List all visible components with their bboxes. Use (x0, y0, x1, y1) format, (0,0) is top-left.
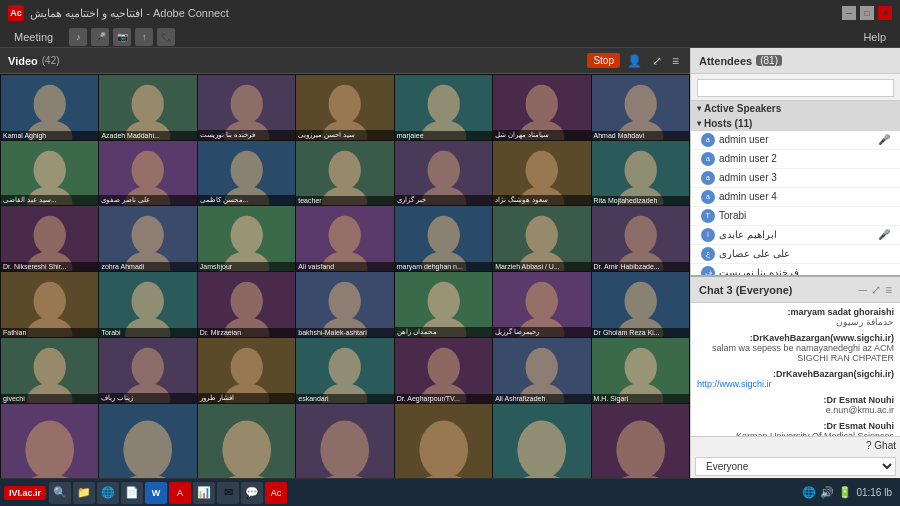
video-cell[interactable]: زیناب ریاف (99, 338, 196, 403)
toolbar-phone-icon[interactable]: 📞 (157, 28, 175, 46)
attendee-name-label: admin user 4 (719, 191, 890, 202)
video-cell[interactable]: Azadeh Maddahi... (99, 75, 196, 140)
chat-expand-icon[interactable]: ⤢ (871, 283, 881, 297)
taskbar-doc-icon[interactable]: 📄 (121, 482, 143, 504)
video-cell[interactable]: Dr. Aegharpour/TV... (395, 338, 492, 403)
video-cell[interactable]: فرخنده بنا نوریست (198, 75, 295, 140)
video-cell[interactable]: M.H. Sigari (592, 338, 689, 403)
chat-menu-icon[interactable]: ≡ (885, 283, 892, 297)
video-cell[interactable]: رحیمرضا گرزیل (493, 272, 590, 337)
maximize-button[interactable]: □ (860, 6, 874, 20)
video-cell[interactable]: marjaiee (395, 75, 492, 140)
toolbar-mic-icon[interactable]: 🎤 (91, 28, 109, 46)
video-cell[interactable]: Dr Gholam Reza Ki... (592, 272, 689, 337)
group-header-active-speakers[interactable]: ▾ Active Speakers (691, 101, 900, 116)
toolbar-share-icon[interactable]: ↑ (135, 28, 153, 46)
attendee-item[interactable]: aadmin user🎤 (691, 131, 900, 150)
video-cell[interactable]: سید عبد القاضی... (1, 141, 98, 206)
video-cell[interactable]: maryam dehghan n... (395, 206, 492, 271)
taskbar-browser-icon[interactable]: 🌐 (97, 482, 119, 504)
chat-input-row: Everyone (691, 454, 900, 479)
chat-target-select[interactable]: Everyone (695, 457, 896, 476)
svg-point-71 (25, 420, 74, 478)
attendee-item[interactable]: ففرخنده بنا نوریست (691, 264, 900, 276)
attendee-item[interactable]: TTorabi (691, 207, 900, 226)
time-display: 01:16 lb (856, 487, 896, 498)
attendee-item[interactable]: ععلی علی عصاری (691, 245, 900, 264)
video-cell[interactable]: Ahmad Mahdavi (592, 75, 689, 140)
participant-name-label: marjaiee (395, 131, 492, 140)
chat-minimize-icon[interactable]: ─ (858, 283, 867, 297)
taskbar-chat-icon[interactable]: 💬 (241, 482, 263, 504)
taskbar-folder-icon[interactable]: 📁 (73, 482, 95, 504)
video-cell[interactable]: eskandari (296, 338, 393, 403)
chat-sender: DrKavehBazargan(sigchi.ir): (697, 369, 894, 379)
participant-name-label: maryam dehghan n... (395, 262, 492, 271)
menu-meeting[interactable]: Meeting (8, 29, 59, 45)
video-cell[interactable]: محمدان زاهن (395, 272, 492, 337)
minimize-button[interactable]: ─ (842, 6, 856, 20)
video-cell[interactable]: Dr. Niksereshi Shir... (1, 206, 98, 271)
participant-name-label: M.H. Sigari (592, 394, 689, 403)
toolbar-video-icon[interactable]: 📷 (113, 28, 131, 46)
video-cell[interactable]: Fathian (1, 272, 98, 337)
svg-point-61 (230, 348, 262, 387)
attendee-item[interactable]: aadmin user 3 (691, 169, 900, 188)
svg-point-11 (526, 85, 558, 124)
video-cell[interactable]: خبر گزاری (395, 141, 492, 206)
video-cell[interactable]: givechi (1, 338, 98, 403)
video-cell[interactable]: افشار طرور (198, 338, 295, 403)
video-title-group: Video (42) (8, 55, 60, 67)
stop-button[interactable]: Stop (587, 53, 620, 68)
attendee-item[interactable]: اابراهیم عابدی🎤 (691, 226, 900, 245)
video-cell[interactable]: سیامناد مهران شل (493, 75, 590, 140)
chat-ghat-row: Ghat ? (691, 437, 900, 454)
start-button[interactable]: IVI.ac.ir (4, 486, 46, 500)
taskbar-excel-icon[interactable]: 📊 (193, 482, 215, 504)
attendee-name-label: admin user 3 (719, 172, 890, 183)
video-cell[interactable]: Dr. Mirzaeian (198, 272, 295, 337)
video-cell[interactable]: Rita Mojtahedizadeh (592, 141, 689, 206)
chat-sender: Dr Esmat Nouhi: (697, 421, 894, 431)
video-cell[interactable]: Ali vaisfand (296, 206, 393, 271)
video-cell[interactable]: Kamal Aghigh (1, 75, 98, 140)
attendee-item[interactable]: aadmin user 2 (691, 150, 900, 169)
attendee-name-label: علی علی عصاری (719, 248, 890, 259)
video-cell[interactable]: zohra Ahmadi (99, 206, 196, 271)
toolbar-audio-icon[interactable]: ♪ (69, 28, 87, 46)
menu-icon[interactable]: ≡ (669, 54, 682, 68)
expand-icon[interactable]: ⤢ (649, 54, 665, 68)
video-cell[interactable]: teacher (296, 141, 393, 206)
svg-point-3 (132, 85, 164, 124)
video-cell[interactable]: Marzieh Abbasi / U... (493, 206, 590, 271)
participant-name-label: محسن کاظمی... (198, 195, 295, 205)
video-cell[interactable]: Jamshjour (198, 206, 295, 271)
video-cell[interactable]: علی ناصر صفوی (99, 141, 196, 206)
taskbar-word-icon[interactable]: W (145, 482, 167, 504)
svg-point-39 (526, 216, 558, 255)
taskbar-search-icon[interactable]: 🔍 (49, 482, 71, 504)
help-button[interactable]: Help (857, 29, 892, 45)
video-cell[interactable]: محسن کاظمی... (198, 141, 295, 206)
svg-point-57 (34, 348, 66, 387)
video-cell[interactable]: Torabi (99, 272, 196, 337)
svg-point-45 (132, 282, 164, 321)
video-cell[interactable]: Ali Ashrafizadeh (493, 338, 590, 403)
svg-point-53 (526, 282, 558, 321)
attendee-item[interactable]: aadmin user 4 (691, 188, 900, 207)
attendee-mic-icon: 🎤 (878, 229, 890, 240)
close-button[interactable]: ✕ (878, 6, 892, 20)
attendees-search-input[interactable] (697, 79, 894, 97)
attendees-header: Attendees (81) (691, 48, 900, 74)
chat-controls: ─ ⤢ ≡ (858, 283, 892, 297)
taskbar-mail-icon[interactable]: ✉ (217, 482, 239, 504)
video-cell[interactable]: سید احسن میرزویی (296, 75, 393, 140)
group-header-hosts[interactable]: ▾ Hosts (11) (691, 116, 900, 131)
video-cell[interactable]: Dr. Amir Habibzade... (592, 206, 689, 271)
taskbar-connect-icon[interactable]: Ac (265, 482, 287, 504)
video-cell[interactable]: سعود هوشنگ نژاد (493, 141, 590, 206)
taskbar-acrobat-icon[interactable]: A (169, 482, 191, 504)
video-cell[interactable]: bakhshi-Malek-ashtari (296, 272, 393, 337)
chat-panel: Chat 3 (Everyone) ─ ⤢ ≡ maryam sadat gho… (690, 277, 900, 506)
active-speakers-label: Active Speakers (704, 103, 781, 114)
